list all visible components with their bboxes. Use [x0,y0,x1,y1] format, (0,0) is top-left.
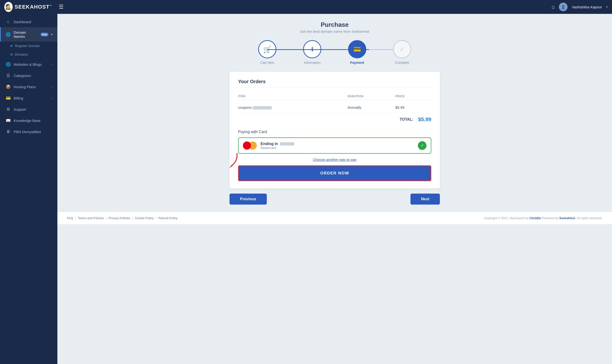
billing-icon: 💳 [5,96,11,101]
step-cart-item: 🛒 Cart Item [258,40,276,65]
card-ending-text: Ending in [260,142,414,146]
total-amount: $5.99 [418,117,431,123]
chevron-left-icon: ‹ [52,86,52,89]
footer-link-faq[interactable]: FAQ [67,216,73,220]
card-type: Mastercard [260,146,414,150]
step-complete: ✓ Complete [393,40,411,65]
item-price: $5.99 [395,105,431,109]
logo: 🕵️ SEEKAHOST™ [4,2,52,12]
check-circle-icon: ✓ [418,141,427,150]
chevron-left-icon: ‹ [52,97,52,100]
step-label-cart: Cart Item [260,61,274,65]
step-label-info: Information [304,61,321,65]
seekahost-link[interactable]: SeekaHost [559,216,575,220]
total-row: TOTAL: $5.99 [238,113,431,126]
sidebar-item-label: Support [14,107,26,111]
sub-dot-icon [11,53,13,55]
sidebar-item-label: Knowledge Base [14,118,41,123]
col-item: ITEM [238,95,348,98]
mastercard-logo [243,142,257,150]
chevron-left-icon: ‹ [52,63,52,66]
svg-marker-0 [230,165,233,168]
step-label-payment: Payment [350,61,364,65]
sidebar-item-label: Hosting Plans [14,85,36,89]
col-duration: DURATION [348,95,395,98]
categories-icon: ☰ [5,73,11,78]
footer-link-refund[interactable]: Refund Policy [158,216,177,220]
footer-copyright: Copyright © 2021. Developed by ClickDo P… [484,216,602,220]
footer: FAQ | Terms and Policies | Privacy Polic… [57,212,612,224]
footer-links: FAQ | Terms and Policies | Privacy Polic… [67,216,178,220]
user-name[interactable]: Vashishtha Kapoor [572,5,602,9]
sidebar-item-domain-names[interactable]: 🌐 Domain Names New ▾ [0,27,57,42]
sidebar-item-knowledge-base[interactable]: 📖 Knowledge Base [0,115,57,126]
avatar: 👤 [559,3,568,11]
clickdo-link[interactable]: ClickDo [530,216,541,220]
previous-button[interactable]: Previous [230,194,267,205]
sidebar-item-label: PBN Demystified [14,130,41,134]
sidebar-item-billing[interactable]: 💳 Billing ‹ [0,92,57,104]
order-now-button[interactable]: ORDER NOW [238,165,431,181]
knowledge-icon: 📖 [5,118,11,123]
sidebar-subitem-label: Domains [15,52,28,56]
nav-buttons: Previous Next [230,194,440,205]
sidebar-item-label: Domain Names [14,30,37,39]
sidebar-subitem-label: Register Domain [15,44,40,48]
next-button[interactable]: Next [410,194,440,205]
card-number-blurred [280,142,294,145]
mc-red-circle [243,142,251,150]
purchase-header: Purchase Get the best domain name from S… [67,21,602,33]
paying-section: Paying with Card Ending in Mastercard ✓ … [238,130,431,181]
sidebar-item-websites-blogs[interactable]: 🌐 Websites & Blogs ‹ [0,59,57,70]
paying-title: Paying with Card [238,130,431,134]
purchase-subtitle: Get the best domain name from SeekaHost [67,29,602,33]
chevron-down-icon: ▾ [51,33,52,36]
card-details: Ending in Mastercard [260,142,414,150]
home-icon[interactable]: ⌂ [551,4,555,10]
sidebar-item-domains[interactable]: Domains [0,50,57,59]
hosting-icon: 📦 [5,84,11,89]
domain-icon: 🌐 [5,32,11,37]
sidebar-item-dashboard[interactable]: ⌂ Dashboard [0,16,57,27]
order-card: Your Orders ITEM DURATION PRICE coupons … [230,72,440,188]
dashboard-icon: ⌂ [5,19,11,24]
hamburger-button[interactable]: ☰ [57,4,65,10]
sidebar-item-label: Websites & Blogs [14,62,42,66]
sub-dot-icon [11,45,13,47]
sidebar-item-label: Categories [14,74,31,78]
choose-another-link[interactable]: Choose another way to pay [238,157,431,162]
sidebar-item-label: Dashboard [14,20,31,24]
sidebar-item-register-domain[interactable]: Register Domain [0,42,57,50]
websites-icon: 🌐 [5,62,11,67]
item-blurred [253,106,272,109]
sidebar-item-label: Billing [14,96,23,100]
footer-link-terms[interactable]: Terms and Policies [78,216,104,220]
pbn-icon: 🖥 [5,129,11,134]
sidebar: ⌂ Dashboard 🌐 Domain Names New ▾ Registe… [0,14,57,364]
order-now-wrapper: ORDER NOW [238,165,431,181]
order-title: Your Orders [238,79,431,88]
logo-text: SEEKAHOST™ [14,4,52,10]
logo-icon: 🕵️ [4,2,13,12]
table-row: coupons Annually $5.99 [238,102,431,113]
item-duration: Annually [348,105,395,109]
sidebar-item-support[interactable]: ⚙ Support [0,104,57,115]
user-chevron-icon: ▾ [606,5,608,9]
topbar: 🕵️ SEEKAHOST™ ☰ ⌂ 👤 Vashishtha Kapoor ▾ [0,0,612,14]
card-item[interactable]: Ending in Mastercard ✓ [238,137,431,154]
purchase-title: Purchase [67,21,602,28]
new-badge: New [41,33,48,36]
total-label: TOTAL: [400,117,413,122]
item-name: coupons [238,105,348,109]
sidebar-item-pbn-demystified[interactable]: 🖥 PBN Demystified [0,126,57,137]
red-arrow-annotation [219,151,240,170]
col-price: PRICE [395,95,431,98]
steps-row: 🛒 Cart Item ℹ Information 💳 Payment ✓ Co… [258,40,411,65]
order-table-header: ITEM DURATION PRICE [238,93,431,100]
footer-link-privacy[interactable]: Privacy Policies [108,216,130,220]
steps-container: 🛒 Cart Item ℹ Information 💳 Payment ✓ Co… [67,40,602,65]
footer-link-cookie[interactable]: Cookie Policy [135,216,154,220]
sidebar-item-categories[interactable]: ☰ Categories [0,70,57,81]
step-payment: 💳 Payment [348,40,366,65]
sidebar-item-hosting-plans[interactable]: 📦 Hosting Plans ‹ [0,81,57,92]
